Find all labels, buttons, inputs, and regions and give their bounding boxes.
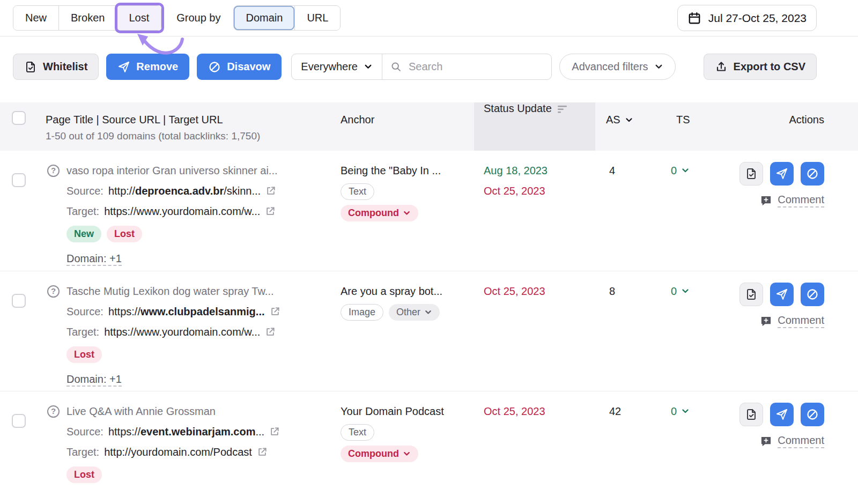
- as-column-header[interactable]: AS: [606, 114, 633, 126]
- ts-dropdown[interactable]: 0: [671, 281, 690, 301]
- tab-lost[interactable]: Lost: [116, 6, 161, 30]
- anchor-tag-label: Text: [349, 186, 366, 197]
- remove-label: Remove: [136, 61, 178, 73]
- date-range-picker[interactable]: Jul 27-Oct 25, 2023: [677, 5, 817, 31]
- row-checkbox[interactable]: [12, 173, 26, 187]
- status-dates: Oct 25, 2023: [474, 401, 595, 504]
- anchor-tag[interactable]: Compound: [341, 205, 418, 221]
- status-update-column-header[interactable]: Status Update: [474, 102, 595, 151]
- remove-action-button[interactable]: [770, 283, 794, 306]
- ts-column-header: TS: [646, 102, 708, 151]
- external-link-icon[interactable]: [270, 306, 280, 317]
- chevron-down-icon: [403, 209, 411, 217]
- status-badge: Lost: [66, 346, 102, 363]
- external-link-icon[interactable]: [269, 426, 280, 437]
- comment-link[interactable]: Comment: [760, 314, 824, 328]
- help-icon[interactable]: ?: [47, 405, 60, 418]
- help-icon[interactable]: ?: [47, 165, 60, 177]
- status-dates: Oct 25, 2023: [474, 281, 595, 391]
- export-csv-button[interactable]: Export to CSV: [704, 54, 817, 80]
- target-label: Target:: [66, 442, 99, 462]
- source-url-domain: event.webinarjam.com: [140, 426, 256, 438]
- table-row: ? Tasche Mutig Lexikon dog water spray T…: [0, 271, 858, 391]
- status-date: Aug 18, 2023: [484, 160, 595, 181]
- advanced-filters-dropdown[interactable]: Advanced filters: [559, 54, 675, 80]
- whitelist-action-button[interactable]: [739, 403, 763, 426]
- anchor-tag: Text: [341, 183, 374, 200]
- domain-more-link[interactable]: Domain: +1: [66, 373, 122, 387]
- search-combo: Everywhere: [291, 54, 552, 80]
- row-checkbox[interactable]: [12, 294, 26, 308]
- remove-button[interactable]: Remove: [106, 54, 189, 80]
- whitelist-action-button[interactable]: [739, 283, 763, 306]
- comment-label: Comment: [778, 314, 824, 328]
- remove-action-button[interactable]: [770, 162, 794, 186]
- comment-link[interactable]: Comment: [760, 194, 824, 207]
- source-url-prefix: https://: [108, 426, 140, 438]
- anchor-tag-line: Text: [341, 424, 374, 441]
- target-url: http://yourdomain.com/Podcast: [104, 442, 252, 462]
- source-url: https://www.clubpadelsanmig...: [108, 301, 265, 322]
- remove-action-button[interactable]: [770, 403, 794, 426]
- ts-dropdown[interactable]: 0: [671, 401, 690, 421]
- status-date: Oct 25, 2023: [484, 281, 595, 301]
- ts-value: 0: [671, 160, 677, 181]
- anchor-text: Your Domain Podcast: [341, 401, 474, 421]
- comment-link[interactable]: Comment: [760, 434, 824, 448]
- disavow-action-button[interactable]: [801, 283, 824, 306]
- tab-new[interactable]: New: [13, 6, 58, 30]
- whitelist-action-button[interactable]: [739, 162, 763, 186]
- send-icon: [775, 408, 788, 421]
- source-url-prefix: https://: [108, 306, 140, 317]
- chevron-down-icon: [364, 62, 373, 71]
- tab-group-url[interactable]: URL: [294, 6, 340, 30]
- ts-dropdown[interactable]: 0: [671, 160, 690, 181]
- search-scope-dropdown[interactable]: Everywhere: [292, 61, 382, 73]
- source-url: http://deproenca.adv.br/skinn...: [108, 181, 261, 201]
- anchor-tag-line: Compound: [341, 205, 418, 221]
- help-icon[interactable]: ?: [47, 285, 60, 298]
- domain-more-link[interactable]: Domain: +1: [66, 253, 122, 266]
- source-url-path: /skinn...: [224, 185, 261, 197]
- calendar-icon: [687, 11, 701, 25]
- chevron-down-icon: [681, 407, 690, 416]
- tab-group-domain[interactable]: Domain: [234, 6, 294, 30]
- search-input[interactable]: [408, 60, 552, 73]
- backlink-audit-screen: New Broken Lost Group by Domain URL Jul …: [0, 0, 858, 504]
- disavow-icon: [208, 61, 221, 73]
- anchor-tag[interactable]: Other: [389, 304, 440, 321]
- select-all-checkbox[interactable]: [12, 111, 26, 125]
- whitelist-button[interactable]: Whitelist: [13, 54, 99, 80]
- tab-broken[interactable]: Broken: [58, 6, 116, 30]
- external-link-icon[interactable]: [265, 206, 276, 217]
- external-link-icon[interactable]: [265, 327, 276, 337]
- disavow-button[interactable]: Disavow: [197, 54, 282, 80]
- external-link-icon[interactable]: [265, 186, 276, 196]
- disavow-action-button[interactable]: [801, 162, 824, 186]
- search-icon: [390, 61, 402, 72]
- target-url: https://www.yourdomain.com/w...: [104, 322, 260, 342]
- source-label: Source:: [66, 181, 103, 201]
- anchor-tag-label: Other: [396, 307, 420, 318]
- row-checkbox[interactable]: [12, 414, 26, 428]
- chevron-down-icon: [654, 62, 663, 71]
- comment-plus-icon: [760, 435, 772, 448]
- whitelist-icon: [745, 167, 758, 180]
- whitelist-icon: [24, 61, 37, 73]
- ts-value: 0: [671, 401, 677, 421]
- external-link-icon[interactable]: [257, 447, 268, 457]
- group-by-label: Group by: [176, 12, 220, 24]
- disavow-action-button[interactable]: [801, 403, 824, 426]
- search-scope-value: Everywhere: [301, 61, 358, 73]
- send-icon: [117, 61, 130, 73]
- anchor-tag[interactable]: Compound: [341, 446, 418, 462]
- table-body: ? vaso ropa interior Gran universo skinn…: [0, 151, 858, 504]
- row-title: Live Q&A with Annie Grossman: [66, 401, 216, 421]
- as-value: 4: [609, 165, 615, 176]
- source-label: Source:: [66, 301, 103, 322]
- anchor-tag-label: Compound: [348, 448, 399, 459]
- status-badges: NewLost: [47, 226, 341, 242]
- anchor-tags: TextCompound: [341, 424, 474, 462]
- top-filter-bar: New Broken Lost Group by Domain URL Jul …: [0, 0, 858, 36]
- anchor-tag: Image: [341, 304, 383, 321]
